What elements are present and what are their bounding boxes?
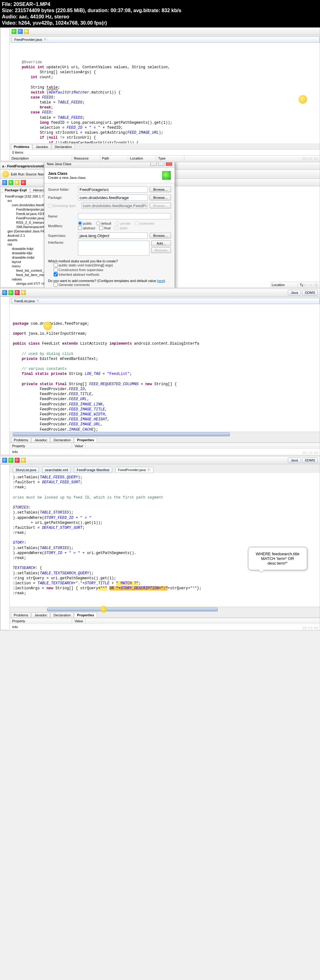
close-button[interactable] — [166, 162, 172, 166]
save-icon[interactable] — [8, 180, 13, 185]
package-input[interactable] — [78, 194, 148, 200]
perspective-ddms[interactable]: DDMS — [302, 290, 318, 295]
new-icon[interactable] — [2, 290, 7, 295]
editor-tab[interactable]: StoryList.java — [13, 467, 39, 473]
enclosing-type-input — [82, 202, 148, 209]
new-project-icon[interactable] — [2, 180, 7, 185]
tab-declaration[interactable]: Declaration — [52, 144, 75, 149]
here-link[interactable]: here — [157, 279, 164, 283]
minimize-button[interactable] — [150, 162, 157, 166]
class-icon — [162, 171, 171, 180]
media-size: Size: 231574409 bytes (220.85 MiB), dura… — [2, 8, 318, 14]
editor-tab-active[interactable]: FeedProvider.java× — [115, 467, 154, 473]
stub-main[interactable]: public static void main(String[] args) — [54, 263, 113, 267]
dialog-subtitle: Create a new Java class. — [48, 176, 86, 180]
interfaces-list[interactable] — [78, 240, 149, 256]
print-icon[interactable] — [14, 180, 20, 185]
mod-abstract[interactable]: abstract — [78, 226, 95, 230]
mod-default[interactable]: default — [96, 221, 111, 225]
run-icon[interactable] — [8, 290, 13, 295]
frame-4: Java DDMS StoryList.java searchable.xml … — [0, 456, 320, 631]
mod-public[interactable]: public — [78, 221, 92, 225]
tab-package-expl[interactable]: Package Expl — [2, 187, 30, 192]
run-icon[interactable] — [11, 29, 16, 34]
frame-3: Java DDMS FeedList.java × package com.dr… — [0, 288, 320, 455]
editor-tab[interactable]: FeedForage Manifest — [74, 467, 112, 473]
tab-problems[interactable]: Problems — [11, 144, 32, 149]
mod-protected: protected — [135, 221, 154, 225]
dialog-title: New Java Class — [47, 162, 71, 166]
browse-enclosing-button: Browse... — [150, 203, 171, 208]
stop-icon[interactable] — [21, 180, 26, 185]
enclosing-type-check[interactable]: Enclosing type: — [48, 204, 77, 208]
prop-info[interactable]: Info — [10, 449, 72, 455]
editor-body[interactable]: @Override public int update(Uri uri, Con… — [10, 43, 320, 143]
tab-properties[interactable]: Properties — [74, 437, 97, 442]
media-file: File: 20SEAR~1.MP4 — [2, 1, 318, 8]
left-gutter-clip — [0, 28, 10, 161]
close-icon[interactable]: × — [43, 38, 47, 41]
new-icon[interactable] — [24, 29, 29, 34]
browse-super-button[interactable]: Browse... — [150, 233, 171, 239]
class-name-input[interactable] — [78, 213, 171, 220]
menu-source[interactable]: Source — [26, 172, 37, 176]
run-icon[interactable] — [8, 458, 13, 463]
bottom-tabs: Problems Javadoc Declaration Properties — [10, 437, 320, 443]
video-timestamp: 00:14:06 — [302, 283, 318, 287]
menu-run[interactable]: Run — [18, 172, 24, 176]
prop-info[interactable]: Info — [10, 624, 72, 630]
tab-label: FeedProvider.java — [14, 38, 42, 41]
debug-icon[interactable] — [18, 29, 23, 34]
h-scrollbar[interactable] — [10, 607, 320, 612]
stub-constructors[interactable]: Constructors from superclass — [54, 268, 103, 272]
editor-tab[interactable]: FeedProvider.java × — [11, 37, 320, 43]
generate-comments[interactable]: Generate comments — [54, 283, 90, 287]
properties-view: PropertyValue Info — [10, 618, 320, 630]
media-info-overlay: File: 20SEAR~1.MP4 Size: 231574409 bytes… — [0, 0, 320, 27]
new-icon[interactable] — [2, 458, 7, 463]
new-java-class-dialog: New Java Class Java Class Create a new J… — [44, 162, 175, 288]
tab-problems[interactable]: Problems — [11, 612, 31, 617]
bottom-tabs: Problems Javadoc Declaration Properties — [10, 612, 320, 618]
tab-label: FeedList.java — [14, 299, 35, 303]
h-scrollbar[interactable] — [10, 431, 320, 437]
mod-final[interactable]: final — [99, 226, 110, 230]
build-icon[interactable] — [21, 290, 26, 295]
close-icon[interactable]: × — [147, 468, 150, 472]
tab-properties[interactable]: Properties — [74, 612, 97, 617]
tab-declaration[interactable]: Declaration — [51, 437, 74, 442]
media-audio: Audio: aac, 44100 Hz, stereo — [2, 14, 318, 20]
browse-package-button[interactable]: Browse... — [150, 195, 171, 200]
browse-source-button[interactable]: Browse... — [150, 187, 171, 192]
mod-static: static — [114, 226, 128, 230]
tab-declaration[interactable]: Declaration — [51, 612, 74, 617]
editor-tab[interactable]: FeedList.java × — [11, 298, 320, 304]
video-timestamp: 00:29:45 — [302, 626, 318, 630]
tab-javadoc[interactable]: Javadoc — [33, 144, 51, 149]
menu-edit[interactable]: Edit — [11, 172, 17, 176]
toolbar — [10, 28, 320, 35]
left-gutter-clip — [0, 464, 10, 630]
debug-icon[interactable] — [14, 458, 20, 463]
video-timestamp: 00:07:32 — [302, 157, 318, 161]
maximize-button[interactable] — [158, 162, 164, 166]
tab-javadoc[interactable]: Javadoc — [32, 612, 50, 617]
perspective-java[interactable]: Java — [288, 457, 301, 463]
tab-problems[interactable]: Problems — [11, 437, 31, 442]
editor-tab[interactable]: searchable.xml — [42, 467, 71, 473]
close-icon[interactable]: × — [36, 299, 40, 303]
perspective-ddms[interactable]: DDMS — [302, 457, 318, 463]
stub-inherited[interactable]: Inherited abstract methods — [54, 272, 99, 277]
stubs-question: Which method stubs would you like to cre… — [48, 259, 171, 263]
tab-javadoc[interactable]: Javadoc — [32, 437, 50, 442]
source-folder-input[interactable] — [78, 186, 148, 192]
debug-icon[interactable] — [14, 290, 20, 295]
perspective-java[interactable]: Java — [288, 290, 301, 295]
editor-body[interactable]: ).setTables(TABLE_FEEDS_QUERY);:faultSor… — [10, 473, 320, 607]
add-interface-button[interactable]: Add... — [151, 240, 171, 246]
superclass-input[interactable] — [78, 232, 148, 239]
annotation-balloon: WHERE feedsearch.title MATCH 'term* OR d… — [248, 547, 307, 570]
build-icon[interactable] — [21, 458, 26, 463]
dialog-heading: Java Class — [48, 171, 86, 176]
editor-body[interactable]: package com.droidvideo.feedforage; impor… — [10, 304, 320, 431]
